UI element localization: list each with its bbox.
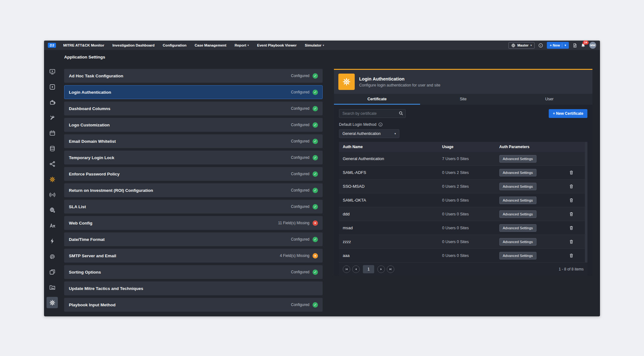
database-icon[interactable] [47, 143, 58, 154]
translate-icon[interactable] [47, 220, 58, 231]
new-button[interactable]: + New ▾ [547, 42, 569, 49]
delete-trash-icon[interactable] [569, 239, 574, 244]
table-scrollbar[interactable] [585, 142, 587, 263]
settings-item-ad-hoc-task-configuration[interactable]: Ad Hoc Task Configuration Configured ✓ [64, 69, 323, 83]
new-certificate-button[interactable]: + New Certificate [549, 109, 587, 118]
settings-item-sla-list[interactable]: SLA List Configured ✓ [64, 200, 323, 214]
pagination-current-page[interactable]: 1 [363, 265, 374, 273]
share-network-icon[interactable] [47, 158, 58, 170]
tab-certificate[interactable]: Certificate [334, 94, 420, 105]
column-header-auth-parameters: Auth Parameters [496, 145, 555, 149]
advanced-settings-button[interactable]: Advanced Settings [499, 252, 536, 259]
release-notes-icon[interactable] [573, 43, 577, 48]
auth-name: zzzz [339, 239, 438, 244]
pagination-next-button[interactable] [377, 265, 385, 273]
globe-download-icon[interactable] [47, 204, 58, 216]
panel-content: + New Certificate Default Login Method G… [334, 105, 592, 276]
settings-item-login-authentication[interactable]: Login Authentication Configured ✓ [64, 85, 323, 99]
settings-item-temporary-login-lock[interactable]: Temporary Login Lock Configured ✓ [64, 151, 323, 164]
advanced-settings-button[interactable]: Advanced Settings [499, 169, 536, 176]
advanced-settings-button[interactable]: Advanced Settings [499, 238, 536, 246]
delete-trash-icon[interactable] [569, 198, 574, 203]
delete-trash-icon[interactable] [569, 253, 574, 258]
puzzle-icon[interactable] [47, 97, 58, 108]
video-play-icon[interactable] [47, 81, 58, 92]
missing-fields-x-icon: × [313, 253, 318, 259]
nav-simulator[interactable]: Simulator▾ [301, 43, 328, 47]
info-icon[interactable] [538, 43, 543, 48]
advanced-settings-button[interactable]: Advanced Settings [499, 197, 536, 204]
advanced-settings-button[interactable]: Advanced Settings [499, 210, 536, 218]
configured-check-icon: ✓ [313, 155, 318, 160]
lightning-icon[interactable] [47, 235, 58, 247]
tools-icon[interactable] [47, 112, 58, 123]
default-login-method-dropdown[interactable]: General Authentication ▾ [339, 129, 399, 138]
setting-status: Configured [291, 139, 309, 143]
nav-configuration[interactable]: Configuration [159, 43, 191, 47]
delete-trash-icon[interactable] [569, 184, 574, 189]
settings-item-update-mitre-tactics[interactable]: Update Mitre Tactics and Techniques [64, 281, 323, 295]
user-avatar[interactable]: MW [589, 42, 596, 49]
auth-table: Auth Name Usage Auth Parameters General … [339, 142, 587, 263]
settings-item-sorting-options[interactable]: Sorting Options Configured ✓ [64, 265, 323, 279]
setting-status: Configured [291, 90, 309, 94]
nav-mitre-attck-monitor[interactable]: MITRE ATT&CK Monitor [59, 43, 108, 47]
nav-case-management[interactable]: Case Management [191, 43, 230, 47]
notification-count-badge: 24 [583, 41, 589, 45]
broadcast-icon[interactable] [47, 189, 58, 200]
image-folder-icon[interactable] [47, 281, 58, 293]
advanced-settings-button[interactable]: Advanced Settings [499, 224, 536, 232]
auth-table-row: General Authentication 7 Users 0 Sites A… [339, 152, 587, 166]
tab-site[interactable]: Site [420, 94, 506, 105]
monitor-play-icon[interactable] [47, 66, 58, 77]
settings-item-web-config[interactable]: Web Config 11 Field(s) Missing × [64, 216, 323, 230]
login-authentication-gear-icon [338, 74, 355, 90]
pagination-last-button[interactable] [387, 265, 394, 273]
nav-investigation-dashboard[interactable]: Investigation Dashboard [108, 43, 158, 47]
settings-item-enforce-password-policy[interactable]: Enforce Password Policy Configured ✓ [64, 167, 323, 181]
setting-label: Date/Time Format [69, 237, 291, 242]
d3-logo[interactable]: D3 [48, 43, 56, 48]
settings-item-playbook-input-method[interactable]: Playbook Input Method Configured ✓ [64, 298, 323, 312]
delete-trash-icon[interactable] [569, 212, 574, 216]
settings-item-logo-customization[interactable]: Logo Customization Configured ✓ [64, 118, 323, 132]
settings-item-email-domain-whitelist[interactable]: Email Domain Whitelist Configured ✓ [64, 134, 323, 148]
setting-label: Email Domain Whitelist [69, 139, 291, 144]
settings-item-roi-configuration[interactable]: Return on Investment (ROI) Configuration… [64, 183, 323, 197]
settings-item-smtp-server-and-email[interactable]: SMTP Server and Email 4 Field(s) Missing… [64, 249, 323, 263]
tab-user[interactable]: User [506, 94, 592, 105]
globe-icon [511, 43, 515, 47]
gear-orange-icon[interactable] [47, 174, 58, 185]
setting-label: Logo Customization [69, 123, 291, 127]
setting-status: Configured [291, 303, 309, 307]
settings-item-dashboard-columns[interactable]: Dashboard Columns Configured ✓ [64, 102, 323, 115]
configured-check-icon: ✓ [313, 122, 318, 128]
nav-report[interactable]: Report▾ [230, 43, 253, 47]
pagination-bar: 1 1 - 8 of 8 items [339, 263, 587, 276]
certificate-search-input[interactable] [339, 109, 406, 118]
copy-windows-icon[interactable] [47, 266, 58, 277]
delete-trash-icon[interactable] [569, 170, 574, 175]
auth-name: aaa [339, 253, 438, 258]
auth-usage: 0 Users 2 Sites [438, 170, 496, 175]
setting-label: Enforce Password Policy [69, 172, 291, 176]
app-body: Ad Hoc Task Configuration Configured ✓ L… [44, 64, 600, 316]
auth-usage: 0 Users 0 Sites [438, 226, 496, 230]
configured-check-icon: ✓ [313, 237, 318, 242]
setting-status: Configured [291, 74, 309, 78]
delete-trash-icon[interactable] [569, 225, 574, 230]
info-icon[interactable] [378, 122, 383, 127]
settings-item-date-time-format[interactable]: Date/Time Format Configured ✓ [64, 232, 323, 246]
master-site-selector[interactable]: Master ▾ [508, 42, 535, 49]
settings-gear-icon[interactable] [47, 297, 58, 308]
setting-label: Ad Hoc Task Configuration [69, 74, 291, 78]
pagination-first-button[interactable] [343, 265, 350, 273]
notifications-bell-icon[interactable]: 24 [581, 43, 586, 48]
calendar-icon[interactable] [47, 127, 58, 139]
advanced-settings-button[interactable]: Advanced Settings [499, 183, 536, 190]
setting-label: Web Config [69, 221, 278, 225]
fingerprint-icon[interactable] [47, 251, 58, 262]
advanced-settings-button[interactable]: Advanced Settings [499, 155, 536, 163]
pagination-prev-button[interactable] [352, 265, 360, 273]
nav-event-playbook-viewer[interactable]: Event Playbook Viewer [253, 43, 301, 47]
